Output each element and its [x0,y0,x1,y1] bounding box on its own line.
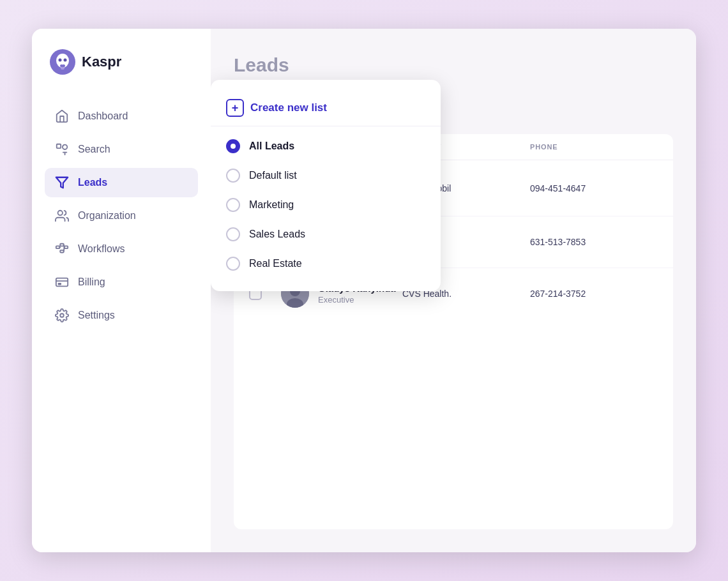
app-name: Kaspr [82,54,121,70]
dropdown-item-marketing[interactable]: Marketing [211,190,441,220]
dropdown-label-real-estate: Real Estate [249,258,425,269]
edit-icon[interactable] [398,200,409,210]
svg-rect-6 [57,144,61,148]
sidebar-label-organization: Organization [78,210,136,222]
sidebar-label-workflows: Workflows [78,243,125,255]
sidebar-label-leads: Leads [78,177,107,188]
users-icon [55,209,69,223]
kaspr-logo-icon [50,49,75,75]
dropdown-item-real-estate[interactable]: Real Estate [211,249,441,278]
svg-marker-10 [56,177,68,188]
dropdown-label-sales-leads: Sales Leads [249,229,425,240]
sidebar-item-leads[interactable]: Leads [45,168,198,197]
radio-sales-leads [226,227,240,241]
svg-rect-19 [56,278,68,287]
dropdown-label-all-leads: All Leads [249,140,425,152]
radio-marketing [226,198,240,212]
list-dropdown: + Create new list All Leads Default list… [211,80,441,291]
logo-area: Kaspr [45,49,198,75]
page-title: Leads [234,54,673,76]
svg-point-2 [59,59,62,62]
sidebar-item-organization[interactable]: Organization [45,201,198,230]
app-window: Kaspr Dashboard Search [32,29,696,552]
dropdown-label-default-list: Default list [249,170,425,181]
sidebar-item-settings[interactable]: Settings [45,301,198,330]
svg-point-7 [63,145,67,149]
create-new-list-button[interactable]: + Create new list [211,90,441,126]
search-icon [55,142,69,156]
person-role-3: Executive [318,295,396,305]
sidebar: Kaspr Dashboard Search [32,29,211,552]
dropdown-item-sales-leads[interactable]: Sales Leads [211,220,441,249]
phone-3: 267-214-3752 [530,289,658,299]
plus-icon: + [226,99,244,117]
settings-icon [55,308,69,322]
sidebar-label-search: Search [78,144,110,155]
svg-rect-21 [59,283,61,285]
dropdown-label-marketing: Marketing [249,199,390,211]
main-content: Leads All Leads [211,29,696,552]
svg-point-11 [58,211,63,215]
delete-icon[interactable] [415,200,425,210]
radio-real-estate [226,257,240,271]
house-icon [55,109,69,123]
svg-point-3 [64,59,67,62]
filter-icon [55,176,69,190]
workflows-icon [55,242,69,256]
sidebar-label-billing: Billing [78,276,105,288]
sidebar-item-dashboard[interactable]: Dashboard [45,102,198,131]
sidebar-item-workflows[interactable]: Workflows [45,234,198,264]
billing-icon [55,275,69,289]
sidebar-item-billing[interactable]: Billing [45,268,198,297]
sidebar-item-search[interactable]: Search [45,135,198,164]
phone-2: 631-513-7853 [530,237,658,247]
svg-line-18 [64,247,64,251]
radio-all-leads [226,139,240,153]
phone-1: 094-451-4647 [530,183,658,193]
svg-point-22 [60,313,64,317]
svg-point-5 [61,67,64,70]
radio-default-list [226,169,240,183]
col-phone: PHONE [530,143,658,151]
dropdown-item-all-leads[interactable]: All Leads [211,132,441,161]
dropdown-item-default-list[interactable]: Default list [211,161,441,190]
sidebar-label-dashboard: Dashboard [78,110,128,122]
sidebar-label-settings: Settings [78,310,115,321]
create-list-label: Create new list [250,102,327,114]
